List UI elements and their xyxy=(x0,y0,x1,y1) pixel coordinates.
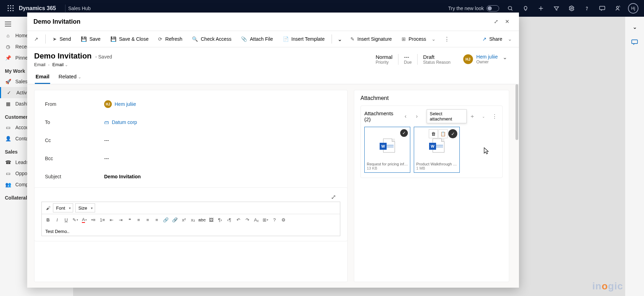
form-selector[interactable]: Email ⌄ xyxy=(52,62,68,67)
subject-row: Subject Demo Invitation xyxy=(45,168,337,186)
share-button[interactable]: ↗Share⌄ xyxy=(478,31,517,47)
header-owner[interactable]: HJ Hem juliie Owner xyxy=(456,54,498,64)
attach-add-chevron-icon[interactable]: ⌄ xyxy=(479,112,488,121)
attach-prev-icon[interactable]: ‹ xyxy=(401,112,410,121)
to-field[interactable]: 🗃Datum corp xyxy=(104,119,137,125)
attach-add-icon[interactable]: ＋ xyxy=(468,112,476,121)
cmd-label: Process xyxy=(409,36,426,42)
send-button[interactable]: ➤Send xyxy=(48,31,76,47)
table-icon[interactable]: ⊞ xyxy=(261,216,270,224)
bold-icon[interactable]: B xyxy=(44,216,52,224)
filter-icon[interactable] xyxy=(549,0,564,17)
link-icon[interactable]: 🔗 xyxy=(162,216,170,224)
svg-point-9 xyxy=(508,6,512,10)
format-painter-icon[interactable]: 🖌 xyxy=(44,204,52,212)
strikethrough-icon[interactable]: abc xyxy=(198,216,206,224)
tab-related[interactable]: Related⌄ xyxy=(58,71,82,84)
font-selector[interactable]: Font xyxy=(53,203,73,212)
settings-gear-icon[interactable] xyxy=(564,0,579,17)
chat-icon[interactable] xyxy=(595,0,610,17)
bcc-row: Bcc --- xyxy=(45,149,337,168)
subscript-icon[interactable]: x₂ xyxy=(189,216,197,224)
image-icon[interactable]: 🖼 xyxy=(207,216,215,224)
cc-field[interactable]: --- xyxy=(104,138,109,143)
selected-check-icon[interactable]: ✓ xyxy=(400,129,408,137)
header-status[interactable]: Draft Status Reason xyxy=(417,54,456,65)
popout-icon[interactable]: ⤢ xyxy=(490,16,502,27)
try-new-look-toggle[interactable] xyxy=(487,5,499,11)
assist-icon[interactable] xyxy=(610,0,625,17)
number-list-icon[interactable]: 1≡ xyxy=(98,216,107,224)
unlink-icon[interactable]: 🔗̸ xyxy=(171,216,179,224)
outdent-icon[interactable]: ⇤ xyxy=(107,216,116,224)
select-attachment-tooltip: Select attachment xyxy=(427,109,467,123)
save-close-button[interactable]: 💾Save & Close xyxy=(106,31,154,47)
superscript-icon[interactable]: x² xyxy=(180,216,188,224)
waffle-icon[interactable] xyxy=(8,5,14,11)
rail-chevron-icon[interactable]: ⌄ xyxy=(629,22,640,32)
bullet-list-icon[interactable]: •≡ xyxy=(89,216,98,224)
rtl-icon[interactable]: ‹¶ xyxy=(225,216,233,224)
size-selector[interactable]: Size xyxy=(75,203,95,212)
rte-toolbar: 🖌 Font Size xyxy=(42,202,340,214)
cmd-label: Share xyxy=(489,36,502,42)
from-label: From xyxy=(45,101,104,107)
template-dropdown-icon[interactable]: ⌄ xyxy=(334,36,346,42)
refresh-button[interactable]: ⟳Refresh xyxy=(153,31,187,47)
right-rail: ⌄ xyxy=(625,17,644,296)
attachment-filesize: 1 MB xyxy=(416,166,457,170)
close-icon[interactable]: ✕ xyxy=(502,16,513,27)
subject-field[interactable]: Demo Invitation xyxy=(104,174,141,179)
template-icon: 📄 xyxy=(283,36,289,42)
process-button[interactable]: ⊞Process⌄ xyxy=(397,31,441,47)
delete-attachment-icon[interactable]: 🗑 xyxy=(429,129,438,138)
signature-icon: ✎ xyxy=(350,36,355,42)
save-button[interactable]: 💾Save xyxy=(76,31,106,47)
align-left-icon[interactable]: ≡ xyxy=(134,216,143,224)
lightbulb-icon[interactable] xyxy=(518,0,533,17)
attachment-card[interactable]: ✓ W Request for pricing infor... 13 KB xyxy=(364,127,410,173)
record-subtype: Email · Email ⌄ xyxy=(34,62,370,67)
insert-template-button[interactable]: 📄Insert Template xyxy=(278,31,329,47)
bcc-field[interactable]: --- xyxy=(104,156,109,161)
copy-attachment-icon[interactable]: 📋 xyxy=(439,129,448,138)
building-icon: ▭ xyxy=(5,125,11,130)
due-label: Due xyxy=(404,60,412,65)
popout-button[interactable]: ↗ xyxy=(29,31,43,47)
app-name: Sales Hub xyxy=(68,6,91,11)
help-icon[interactable]: ? xyxy=(270,216,279,224)
header-priority[interactable]: Normal Priority xyxy=(370,54,398,65)
underline-icon[interactable]: U xyxy=(62,216,70,224)
more-commands-icon[interactable]: ⋮ xyxy=(441,36,453,42)
font-color-icon[interactable]: A xyxy=(80,216,88,224)
align-right-icon[interactable]: ≡ xyxy=(153,216,161,224)
attach-file-button[interactable]: 📎Attach File xyxy=(236,31,278,47)
attachment-card[interactable]: 🗑 📋 ✓ W Product Walkthrough Det... 1 MB xyxy=(414,127,460,173)
user-avatar[interactable]: Hj xyxy=(628,3,638,14)
header-expand-icon[interactable]: ⌄ xyxy=(498,54,512,61)
attach-more-icon[interactable]: ⋮ xyxy=(490,112,499,121)
expand-editor-icon[interactable]: ⤢ xyxy=(331,193,336,201)
email-body-input[interactable]: Test Demo.. xyxy=(42,225,340,236)
editor-settings-icon[interactable]: ⚙ xyxy=(279,216,288,224)
clear-format-icon[interactable]: Aᵪ xyxy=(252,216,261,224)
help-icon[interactable] xyxy=(579,0,595,17)
selected-check-icon[interactable]: ✓ xyxy=(448,129,457,138)
insert-signature-button[interactable]: ✎Insert Signature xyxy=(346,31,397,47)
undo-icon[interactable]: ↶ xyxy=(234,216,242,224)
highlight-icon[interactable]: ✎ xyxy=(71,216,79,224)
header-due[interactable]: --- Due xyxy=(398,54,417,65)
italic-icon[interactable]: I xyxy=(53,216,61,224)
align-center-icon[interactable]: ≡ xyxy=(143,216,152,224)
tab-email[interactable]: Email xyxy=(35,71,50,84)
quote-icon[interactable]: ❝ xyxy=(125,216,134,224)
indent-icon[interactable]: ⇥ xyxy=(116,216,125,224)
from-field[interactable]: HJHem juliie xyxy=(104,100,136,108)
check-access-button[interactable]: 🔍Check Access xyxy=(187,31,236,47)
redo-icon[interactable]: ↷ xyxy=(243,216,251,224)
attach-next-icon[interactable]: › xyxy=(413,112,421,121)
plus-icon[interactable] xyxy=(533,0,549,17)
rail-copilot-icon[interactable] xyxy=(629,37,640,47)
ltr-icon[interactable]: ¶› xyxy=(216,216,224,224)
scrollbar-thumb[interactable] xyxy=(515,84,518,140)
